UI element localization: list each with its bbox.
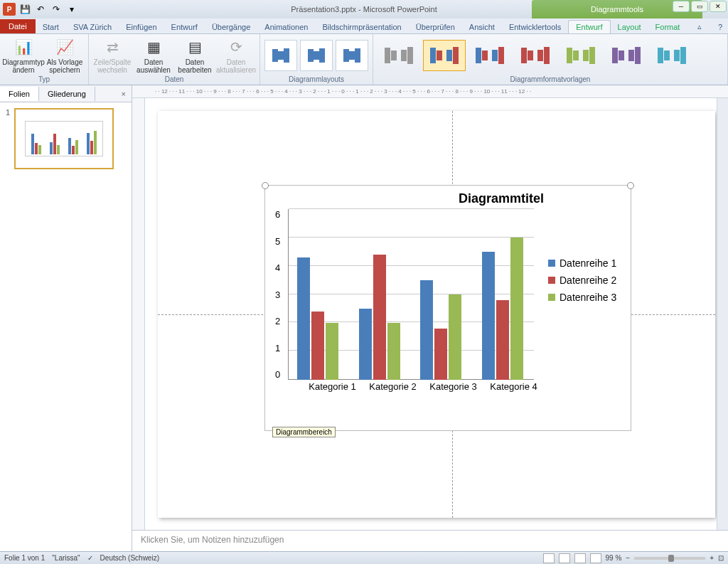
- tab-transitions[interactable]: Übergänge: [205, 21, 257, 33]
- qat-dropdown[interactable]: ▾: [65, 3, 78, 16]
- spellcheck-icon[interactable]: ✓: [87, 554, 93, 562]
- label: Als Vorlage speichern: [47, 58, 83, 74]
- status-bar: Folie 1 von 1 "Larissa" ✓ Deutsch (Schwe…: [0, 551, 728, 564]
- chart-plot-area[interactable]: 0123456 Kategorie 1Kategorie 2Kategorie …: [285, 209, 534, 380]
- chart-bar[interactable]: [373, 255, 386, 380]
- chart-y-axis: 0123456: [275, 209, 280, 380]
- label: Daten aktualisieren: [216, 58, 256, 74]
- chart-object[interactable]: Diagrammtitel 0123456 Kategorie 1Kategor…: [264, 185, 631, 431]
- tab-file[interactable]: Datei: [0, 19, 36, 33]
- save-button[interactable]: 💾: [18, 3, 31, 16]
- chart-bar[interactable]: [297, 257, 310, 380]
- tab-chart-design[interactable]: Entwurf: [568, 20, 610, 33]
- normal-view-button[interactable]: [543, 553, 555, 563]
- window-title: Präsentation3.pptx - Microsoft PowerPoin…: [291, 5, 437, 14]
- thumb-number: 1: [6, 108, 10, 169]
- chart-style-option[interactable]: [469, 40, 511, 71]
- tab-slideshow[interactable]: Bildschirmpräsentation: [315, 21, 408, 33]
- chart-bar[interactable]: [510, 238, 523, 380]
- chart-title[interactable]: Diagrammtitel: [265, 186, 631, 209]
- chart-layout-option[interactable]: [300, 40, 333, 71]
- chart-style-option[interactable]: [378, 40, 420, 71]
- chart-bar[interactable]: [482, 252, 495, 380]
- slide-canvas[interactable]: Diagrammtitel 0123456 Kategorie 1Kategor…: [145, 98, 717, 530]
- legend-item[interactable]: Datenreihe 1: [548, 257, 616, 269]
- edit-data-button[interactable]: ▤Daten bearbeiten: [176, 37, 214, 74]
- select-data-button[interactable]: ▦Daten auswählen: [134, 37, 173, 74]
- group-label: Diagrammlayouts: [264, 75, 368, 83]
- zoom-slider[interactable]: [634, 557, 705, 560]
- notes-pane[interactable]: Klicken Sie, um Notizen hinzuzufügen: [132, 530, 728, 551]
- chart-bar[interactable]: [496, 300, 509, 380]
- legend-item[interactable]: Datenreihe 3: [548, 292, 616, 303]
- panel-close-button[interactable]: ×: [116, 90, 132, 98]
- reading-view-button[interactable]: [574, 553, 586, 563]
- slide[interactable]: Diagrammtitel 0123456 Kategorie 1Kategor…: [158, 111, 715, 518]
- chart-bar[interactable]: [420, 280, 433, 380]
- chart-style-option[interactable]: [651, 40, 693, 71]
- chart-style-option[interactable]: [514, 40, 557, 71]
- chart-style-option[interactable]: [605, 40, 648, 71]
- close-button[interactable]: ✕: [710, 1, 727, 12]
- tab-animations[interactable]: Animationen: [257, 21, 315, 33]
- zoom-in-button[interactable]: +: [710, 554, 714, 562]
- tab-design[interactable]: Entwurf: [164, 21, 205, 33]
- chart-style-option[interactable]: [423, 40, 466, 71]
- chart-bar[interactable]: [359, 309, 372, 380]
- ribbon-group-layouts: Diagrammlayouts: [260, 34, 373, 85]
- label: Diagrammtyp ändern: [2, 58, 44, 74]
- chart-style-option[interactable]: [560, 40, 602, 71]
- legend-item[interactable]: Datenreihe 2: [548, 275, 616, 286]
- sorter-view-button[interactable]: [559, 553, 570, 563]
- chart-bars: [288, 209, 534, 380]
- quick-access-toolbar: P 💾 ↶ ↷ ▾: [0, 3, 81, 16]
- group-label: Daten: [93, 75, 255, 83]
- chart-layout-option[interactable]: [264, 40, 297, 71]
- thumb-preview: [14, 108, 114, 169]
- chart-bar[interactable]: [311, 312, 324, 380]
- chart-bar[interactable]: [449, 294, 461, 380]
- slide-edit-area: · · 12 · · · 11 · · · 10 · · · 9 · · · 8…: [132, 85, 728, 530]
- tab-view[interactable]: Ansicht: [462, 21, 502, 33]
- save-template-button[interactable]: 📈Als Vorlage speichern: [46, 37, 84, 74]
- ribbon-group-type: 📊Diagrammtyp ändern 📈Als Vorlage speiche…: [0, 34, 89, 85]
- tab-start[interactable]: Start: [36, 21, 66, 33]
- chart-x-axis: Kategorie 1Kategorie 2Kategorie 3Kategor…: [302, 381, 544, 392]
- label: Zeile/Spalte wechseln: [94, 58, 132, 74]
- chart-bar[interactable]: [326, 323, 338, 380]
- title-bar: P 💾 ↶ ↷ ▾ Präsentation3.pptx - Microsoft…: [0, 0, 728, 18]
- vertical-scrollbar[interactable]: [717, 98, 728, 530]
- chart-bar[interactable]: [434, 329, 447, 380]
- vertical-ruler: [132, 98, 145, 530]
- chart-bar[interactable]: [387, 323, 400, 380]
- label: Daten auswählen: [136, 58, 171, 74]
- status-theme: "Larissa": [52, 554, 80, 562]
- refresh-data-button: ⟳Daten aktualisieren: [217, 37, 255, 74]
- minimize-button[interactable]: ─: [673, 1, 690, 12]
- tab-sva[interactable]: SVA Zürich: [66, 21, 119, 33]
- chart-layout-option[interactable]: [336, 40, 368, 71]
- slides-panel: Folien Gliederung × 1: [0, 85, 132, 551]
- chart-legend[interactable]: Datenreihe 1Datenreihe 2Datenreihe 3: [548, 252, 616, 408]
- tab-insert[interactable]: Einfügen: [119, 21, 164, 33]
- fit-to-window-button[interactable]: ⊡: [718, 554, 724, 562]
- undo-button[interactable]: ↶: [34, 3, 47, 16]
- slide-thumbnail[interactable]: 1: [6, 108, 126, 169]
- help-icon[interactable]: ?: [712, 21, 728, 33]
- zoom-level[interactable]: 99 %: [606, 554, 622, 562]
- panel-tab-outline[interactable]: Gliederung: [39, 87, 95, 101]
- zoom-out-button[interactable]: −: [626, 554, 630, 562]
- tab-chart-format[interactable]: Format: [648, 21, 687, 33]
- maximize-button[interactable]: ▭: [691, 1, 708, 12]
- status-language[interactable]: Deutsch (Schweiz): [100, 554, 159, 562]
- tab-review[interactable]: Überprüfen: [409, 21, 462, 33]
- change-chart-type-button[interactable]: 📊Diagrammtyp ändern: [4, 37, 43, 74]
- ribbon: 📊Diagrammtyp ändern 📈Als Vorlage speiche…: [0, 34, 728, 85]
- ribbon-minimize[interactable]: ▵: [692, 20, 707, 33]
- tab-chart-layout[interactable]: Layout: [611, 21, 648, 33]
- tab-developer[interactable]: Entwicklertools: [502, 21, 568, 33]
- panel-tab-slides[interactable]: Folien: [0, 87, 39, 101]
- status-slide: Folie 1 von 1: [4, 554, 45, 562]
- redo-button[interactable]: ↷: [50, 3, 63, 16]
- slideshow-view-button[interactable]: [590, 553, 601, 563]
